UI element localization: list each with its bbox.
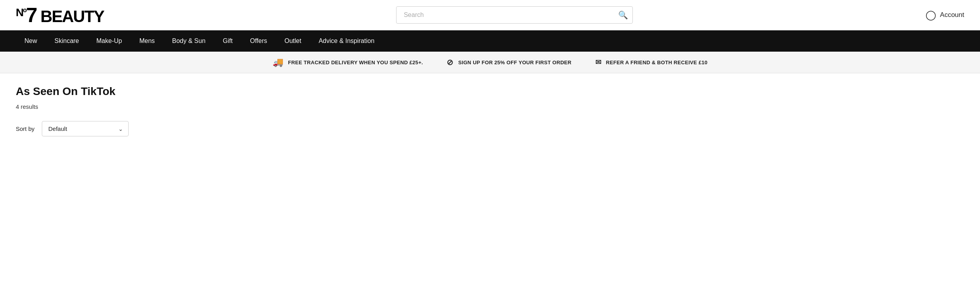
nav-item-advice[interactable]: Advice & Inspiration (310, 30, 383, 52)
promo-bar: 🚚 FREE TRACKED DELIVERY WHEN YOU SPEND £… (0, 52, 980, 73)
delivery-icon: 🚚 (273, 57, 283, 67)
nav-item-body-sun[interactable]: Body & Sun (163, 30, 214, 52)
promo-refer: ✉ REFER A FRIEND & BOTH RECEIVE £10 (595, 58, 708, 67)
promo-delivery-text: FREE TRACKED DELIVERY WHEN YOU SPEND £25… (288, 60, 423, 65)
page-title: As Seen On TikTok (16, 85, 964, 98)
logo-brand: BEAUTY (41, 7, 104, 26)
nav-item-makeup[interactable]: Make-Up (88, 30, 131, 52)
sort-row: Sort by Default Price: Low to High Price… (16, 121, 964, 136)
site-logo[interactable]: No7 BEAUTY (16, 5, 104, 25)
search-icon: 🔍 (618, 11, 628, 19)
search-input[interactable] (396, 6, 633, 24)
main-content: As Seen On TikTok 4 results Sort by Defa… (0, 73, 980, 148)
promo-signup: ⊘ SIGN UP FOR 25% OFF YOUR FIRST ORDER (447, 58, 571, 67)
nav-item-gift[interactable]: Gift (214, 30, 241, 52)
sort-select[interactable]: Default Price: Low to High Price: High t… (42, 121, 129, 136)
nav-item-offers[interactable]: Offers (241, 30, 276, 52)
sort-label: Sort by (16, 125, 35, 132)
results-count: 4 results (16, 103, 964, 110)
promo-refer-text: REFER A FRIEND & BOTH RECEIVE £10 (606, 60, 707, 65)
logo-no: No (16, 6, 26, 19)
site-header: No7 BEAUTY 🔍 ◯ Account (0, 0, 980, 30)
promo-signup-text: SIGN UP FOR 25% OFF YOUR FIRST ORDER (458, 60, 572, 65)
main-nav: New Skincare Make-Up Mens Body & Sun Gif… (0, 30, 980, 52)
nav-item-outlet[interactable]: Outlet (276, 30, 310, 52)
nav-item-new[interactable]: New (16, 30, 46, 52)
email-icon: ✉ (595, 58, 601, 67)
logo-number: 7 (26, 4, 37, 26)
search-container: 🔍 (396, 6, 633, 24)
signup-icon: ⊘ (447, 58, 453, 67)
sort-select-wrapper: Default Price: Low to High Price: High t… (42, 121, 129, 136)
account-button[interactable]: ◯ Account (926, 9, 964, 20)
account-icon: ◯ (926, 9, 936, 20)
promo-delivery: 🚚 FREE TRACKED DELIVERY WHEN YOU SPEND £… (273, 57, 423, 67)
nav-item-mens[interactable]: Mens (131, 30, 163, 52)
nav-item-skincare[interactable]: Skincare (46, 30, 88, 52)
account-label: Account (940, 11, 964, 19)
search-button[interactable]: 🔍 (618, 10, 628, 20)
